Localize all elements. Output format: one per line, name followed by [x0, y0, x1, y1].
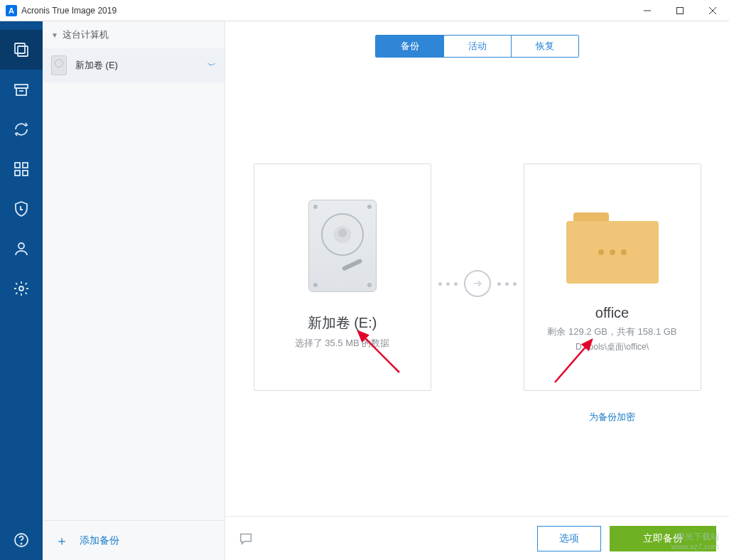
svg-rect-10 — [23, 163, 28, 168]
comment-icon[interactable] — [238, 531, 254, 546]
minimize-button[interactable] — [631, 0, 664, 21]
nav-backup[interactable] — [0, 30, 43, 70]
source-card[interactable]: 新加卷 (E:) 选择了 35.5 MB 的数据 — [254, 163, 431, 391]
svg-point-16 — [21, 543, 21, 544]
titlebar: A Acronis True Image 2019 — [0, 0, 729, 21]
nav-help[interactable] — [0, 520, 43, 560]
folder-icon — [566, 212, 659, 284]
window-controls — [631, 0, 729, 21]
chevron-down-icon[interactable]: ﹀ — [207, 60, 216, 72]
options-button[interactable]: 选项 — [537, 526, 601, 551]
nav-archive[interactable] — [0, 70, 43, 109]
group-label: 这台计算机 — [63, 28, 109, 41]
svg-point-13 — [18, 243, 24, 249]
bottom-bar: 选项 立即备份 — [225, 516, 729, 560]
arrow-right-icon — [464, 270, 491, 297]
close-button[interactable] — [696, 0, 729, 21]
dest-subtitle: 剩余 129.2 GB，共有 158.1 GB — [547, 325, 676, 338]
svg-rect-4 — [15, 43, 25, 53]
destination-card[interactable]: office 剩余 129.2 GB，共有 158.1 GB D:\tools\… — [524, 163, 701, 391]
encrypt-link[interactable]: 为备份加密 — [523, 411, 701, 424]
svg-rect-7 — [16, 88, 26, 95]
nav-settings[interactable] — [0, 269, 43, 308]
add-backup-button[interactable]: ＋ 添加备份 — [43, 520, 225, 560]
backup-item-label: 新加卷 (E) — [75, 59, 207, 72]
source-title: 新加卷 (E:) — [308, 313, 377, 333]
disk-thumb-icon — [51, 55, 67, 75]
arrow-connector — [431, 270, 524, 297]
tabs: 备份 活动 恢复 — [225, 21, 729, 71]
cards-row: 新加卷 (E:) 选择了 35.5 MB 的数据 office 剩余 — [225, 71, 729, 391]
plus-icon: ＋ — [55, 532, 68, 549]
backup-now-button[interactable]: 立即备份 — [610, 526, 716, 551]
tab-activity[interactable]: 活动 — [443, 36, 511, 57]
svg-point-14 — [19, 286, 23, 291]
content-area: 备份 活动 恢复 新加卷 (E:) 选择了 35.5 MB 的数据 — [225, 21, 729, 560]
tab-backup[interactable]: 备份 — [376, 36, 443, 57]
list-group-header[interactable]: ▼ 这台计算机 — [43, 21, 225, 48]
svg-rect-1 — [677, 7, 684, 14]
backup-list-panel: ▼ 这台计算机 新加卷 (E) ﹀ ＋ 添加备份 — [43, 21, 225, 560]
nav-tools[interactable] — [0, 149, 43, 189]
source-subtitle: 选择了 35.5 MB 的数据 — [295, 337, 390, 350]
svg-rect-9 — [15, 163, 20, 168]
nav-account[interactable] — [0, 229, 43, 269]
window-title: Acronis True Image 2019 — [21, 6, 631, 16]
sidebar-nav — [0, 21, 43, 560]
maximize-button[interactable] — [664, 0, 696, 21]
tab-recover[interactable]: 恢复 — [511, 36, 578, 57]
dest-title: office — [595, 305, 629, 321]
svg-rect-11 — [15, 171, 20, 176]
nav-protection[interactable] — [0, 189, 43, 229]
disk-icon — [308, 200, 377, 292]
svg-rect-12 — [23, 171, 28, 176]
svg-rect-5 — [18, 46, 28, 56]
add-backup-label: 添加备份 — [80, 534, 119, 547]
nav-sync[interactable] — [0, 109, 43, 149]
caret-down-icon: ▼ — [51, 31, 58, 39]
app-icon: A — [6, 5, 17, 16]
backup-list-item[interactable]: 新加卷 (E) ﹀ — [43, 48, 225, 82]
dest-path: D:\tools\桌面\office\ — [576, 341, 649, 353]
